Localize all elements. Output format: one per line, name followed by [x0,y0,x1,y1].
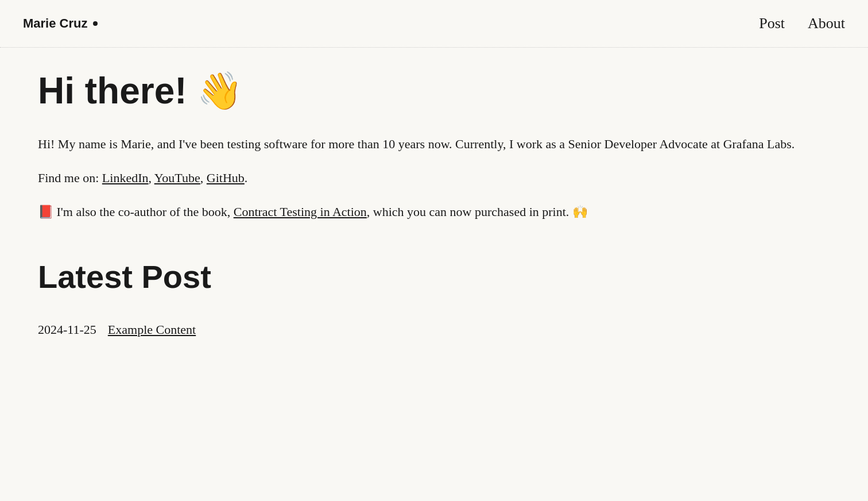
latest-post-section: Latest Post 2024-11-25 Example Content [38,251,830,340]
book-paragraph: 📕 I'm also the co-author of the book, Co… [38,202,830,222]
book-link[interactable]: Contract Testing in Action [234,205,367,219]
find-me-paragraph: Find me on: LinkedIn, YouTube, GitHub. [38,168,830,188]
main-nav: Post About [759,11,845,36]
site-title-dot [93,21,98,26]
greeting-section: Hi there! 👋 Hi! My name is Marie, and I'… [38,71,830,222]
post-date: 2024-11-25 [38,319,96,340]
github-link[interactable]: GitHub [207,171,245,185]
bio-paragraph: Hi! My name is Marie, and I've been test… [38,134,830,154]
linkedin-link[interactable]: LinkedIn [102,171,149,185]
site-title: Marie Cruz [23,13,98,33]
latest-post-heading: Latest Post [38,251,830,303]
nav-post-link[interactable]: Post [759,11,785,36]
site-header: Marie Cruz Post About [0,0,868,48]
youtube-link[interactable]: YouTube [154,171,200,185]
find-me-prefix: Find me on: [38,171,102,185]
post-item: 2024-11-25 Example Content [38,319,830,340]
greeting-heading: Hi there! 👋 [38,71,830,111]
site-title-text: Marie Cruz [23,13,87,33]
nav-about-link[interactable]: About [808,11,845,36]
post-title-link[interactable]: Example Content [108,319,196,340]
main-content: Hi there! 👋 Hi! My name is Marie, and I'… [15,48,853,363]
